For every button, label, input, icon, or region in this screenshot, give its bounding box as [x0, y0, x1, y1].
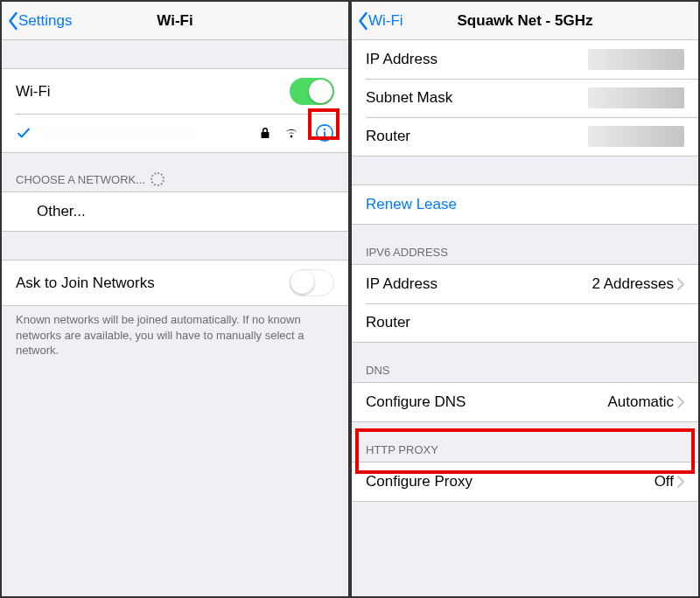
lock-icon: [261, 127, 270, 139]
ask-join-group: Ask to Join Networks: [2, 260, 348, 306]
configure-proxy-label: Configure Proxy: [366, 473, 472, 490]
spinner-icon: [150, 172, 164, 186]
checkmark-icon: [16, 125, 32, 141]
network-detail-pane: Wi-Fi Squawk Net - 5GHz IP Address Subne…: [350, 0, 700, 598]
ipv6-group: IP Address 2 Addresses Router: [352, 264, 698, 343]
subnet-row: Subnet Mask: [352, 79, 698, 117]
back-label: Settings: [18, 12, 72, 30]
configure-proxy-value: Off: [654, 473, 674, 490]
back-label: Wi-Fi: [368, 12, 403, 30]
svg-point-1: [324, 129, 326, 130]
wifi-toggle-row[interactable]: Wi-Fi: [2, 69, 348, 114]
subnet-label: Subnet Mask: [366, 89, 452, 107]
navbar: Wi-Fi Squawk Net - 5GHz: [352, 2, 698, 40]
configure-dns-row[interactable]: Configure DNS Automatic: [352, 383, 698, 421]
ipv6-router-label: Router: [366, 314, 410, 331]
chevron-right-icon: [677, 396, 684, 408]
configure-dns-label: Configure DNS: [366, 393, 466, 411]
ip-address-redacted: [588, 49, 684, 70]
ipv6-ip-value: 2 Addresses: [592, 275, 674, 293]
router-redacted: [588, 126, 684, 147]
dns-group: Configure DNS Automatic: [352, 382, 698, 422]
network-name-redacted: [40, 124, 198, 142]
ipv6-ip-row[interactable]: IP Address 2 Addresses: [352, 265, 698, 303]
ip-address-row: IP Address: [352, 40, 698, 79]
configure-proxy-row[interactable]: Configure Proxy Off: [352, 462, 698, 501]
wifi-toggle-group: Wi-Fi: [2, 68, 348, 153]
router-row: Router: [352, 117, 698, 156]
chevron-left-icon: [7, 11, 18, 31]
renew-lease-group: Renew Lease: [352, 184, 698, 225]
ask-join-footer: Known networks will be joined automatica…: [2, 306, 348, 364]
wifi-toggle[interactable]: [290, 78, 334, 105]
ipv6-header: IPV6 ADDRESS: [352, 240, 698, 264]
proxy-header: HTTP PROXY: [352, 438, 698, 462]
ask-join-toggle[interactable]: [290, 269, 334, 296]
renew-lease-button[interactable]: Renew Lease: [352, 185, 698, 224]
router-label: Router: [366, 128, 410, 145]
network-list-group: Other...: [2, 191, 348, 232]
ask-join-label: Ask to Join Networks: [16, 275, 155, 292]
back-button[interactable]: Settings: [2, 11, 72, 31]
ipv6-router-row: Router: [352, 303, 698, 342]
back-button[interactable]: Wi-Fi: [352, 11, 403, 31]
wifi-label: Wi-Fi: [16, 83, 51, 101]
page-title: Squawk Net - 5GHz: [352, 12, 698, 30]
proxy-group: Configure Proxy Off: [352, 462, 698, 502]
navbar: Settings Wi-Fi: [2, 2, 348, 40]
wifi-icon: [284, 127, 299, 139]
dns-header: DNS: [352, 358, 698, 382]
current-network-row[interactable]: [2, 114, 348, 152]
ask-join-row[interactable]: Ask to Join Networks: [2, 261, 348, 305]
info-icon[interactable]: [315, 123, 334, 143]
chevron-left-icon: [357, 11, 368, 31]
choose-network-header: CHOOSE A NETWORK...: [2, 167, 348, 191]
other-network-row[interactable]: Other...: [2, 192, 348, 231]
ipv4-group: IP Address Subnet Mask Router: [352, 40, 698, 156]
subnet-redacted: [588, 87, 684, 108]
chevron-right-icon: [677, 278, 684, 290]
svg-rect-2: [324, 131, 326, 137]
configure-dns-value: Automatic: [607, 393, 674, 411]
ipv6-ip-label: IP Address: [366, 275, 438, 293]
wifi-settings-pane: Settings Wi-Fi Wi-Fi CH: [0, 0, 350, 598]
ip-address-label: IP Address: [366, 51, 438, 68]
chevron-right-icon: [677, 476, 684, 488]
other-label: Other...: [37, 203, 86, 220]
